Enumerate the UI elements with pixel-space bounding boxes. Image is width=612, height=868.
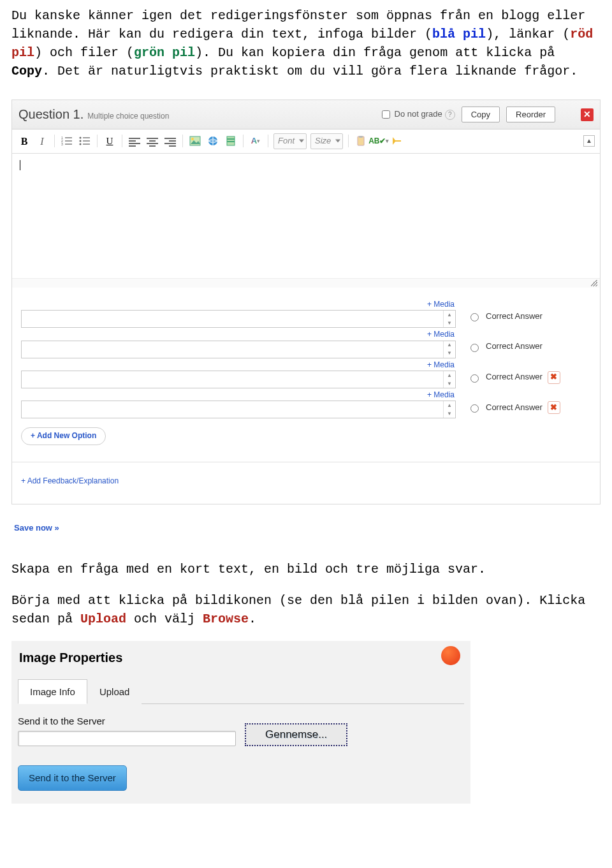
correct-answer-radio[interactable]: [470, 404, 479, 413]
file-button[interactable]: [224, 134, 238, 148]
align-center-button[interactable]: [145, 134, 159, 148]
arrow-down-icon[interactable]: ▼: [444, 349, 455, 358]
size-select[interactable]: Size: [310, 133, 343, 149]
dialog-tabs: Image Info Upload: [18, 679, 464, 705]
text-cursor: [20, 160, 20, 170]
intro-text-5: . Det är naturligtvis praktiskt om du vi…: [42, 64, 578, 78]
do-not-grade-label: Do not grade: [395, 108, 442, 121]
feedback-row: + Add Feedback/Explanation: [12, 462, 600, 497]
answer-option-row: + Media ▲▼ Correct Answer ✖: [21, 360, 591, 388]
italic-button[interactable]: I: [35, 134, 49, 148]
add-feedback-link[interactable]: + Add Feedback/Explanation: [21, 476, 119, 485]
size-select-label: Size: [315, 136, 331, 145]
correct-answer-label: Correct Answer: [486, 402, 543, 414]
bold-button[interactable]: B: [17, 134, 31, 148]
add-media-link[interactable]: + Media: [21, 299, 455, 310]
editor-textarea[interactable]: [12, 154, 600, 278]
p3-browse-label: Browse: [203, 612, 249, 626]
send-to-server-label: Send it to the Server: [18, 714, 236, 728]
do-not-grade-input[interactable]: [382, 110, 390, 119]
paragraph-image-steps: Börja med att klicka på bildikonen (se d…: [11, 591, 601, 628]
add-new-option-button[interactable]: + Add New Option: [21, 427, 106, 445]
intro-text-2: ), länkar (: [486, 27, 570, 41]
equation-button[interactable]: [390, 134, 404, 148]
editor-toolbar: B I 123 U A▾: [12, 129, 600, 154]
file-path-input[interactable]: [18, 731, 236, 746]
arrow-up-icon[interactable]: ▲: [444, 371, 455, 379]
arrow-up-icon[interactable]: ▲: [444, 401, 455, 409]
image-properties-dialog: Image Properties Image Info Upload Send …: [11, 641, 470, 804]
chevron-down-icon: [335, 140, 340, 143]
delete-option-button[interactable]: ✖: [548, 401, 560, 414]
correct-answer-label: Correct Answer: [486, 371, 543, 383]
svg-point-11: [80, 143, 82, 145]
ordered-list-button[interactable]: 123: [60, 134, 74, 148]
collapse-toolbar-button[interactable]: ▲: [583, 135, 595, 147]
do-not-grade-checkbox[interactable]: Do not grade ?: [379, 108, 455, 121]
svg-rect-21: [359, 136, 363, 138]
intro-green-arrow-label: grön pil: [134, 45, 195, 60]
image-button[interactable]: [188, 134, 202, 148]
copy-button[interactable]: Copy: [462, 107, 500, 122]
intro-copy-label: Copy: [11, 64, 42, 78]
question-number: Question 1.: [18, 105, 84, 124]
arrow-down-icon[interactable]: ▼: [444, 319, 455, 327]
text-color-button[interactable]: A▾: [249, 134, 263, 148]
answer-options-zone: + Media ▲▼ Correct Answer + Media ▲▼ Cor…: [12, 288, 600, 504]
font-select[interactable]: Font: [273, 133, 307, 149]
intro-blue-arrow-label: blå pil: [432, 27, 486, 41]
align-right-button[interactable]: [163, 134, 177, 148]
answer-input[interactable]: ▲▼: [21, 371, 456, 388]
link-button[interactable]: [206, 134, 220, 148]
reorder-button[interactable]: Reorder: [506, 107, 555, 122]
delete-option-button[interactable]: ✖: [548, 371, 560, 384]
font-select-label: Font: [278, 136, 295, 145]
underline-button[interactable]: U: [103, 134, 117, 148]
p3-text-2: och välj: [126, 612, 203, 626]
paragraph-create-question: Skapa en fråga med en kort text, en bild…: [11, 560, 601, 578]
add-media-link[interactable]: + Media: [21, 360, 455, 371]
help-icon[interactable]: ?: [445, 110, 455, 120]
svg-rect-19: [227, 141, 235, 142]
svg-rect-18: [227, 138, 235, 140]
close-icon[interactable]: ✕: [581, 108, 594, 121]
svg-point-13: [191, 138, 194, 140]
unordered-list-button[interactable]: [78, 134, 92, 148]
tab-upload[interactable]: Upload: [87, 679, 142, 705]
add-media-link[interactable]: + Media: [21, 329, 455, 340]
arrow-up-icon[interactable]: ▲: [444, 341, 455, 349]
correct-answer-radio[interactable]: [470, 313, 479, 321]
send-to-server-button[interactable]: Send it to the Server: [18, 765, 127, 791]
question-header: Question 1. Multiple choice question Do …: [12, 100, 600, 129]
p3-upload-label: Upload: [80, 612, 126, 626]
correct-answer-radio[interactable]: [470, 374, 479, 383]
correct-answer-label: Correct Answer: [486, 341, 543, 353]
p3-text-3: .: [249, 612, 256, 626]
answer-option-row: + Media ▲▼ Correct Answer ✖: [21, 390, 591, 418]
editor-resize-handle[interactable]: [12, 278, 600, 288]
svg-point-10: [80, 140, 82, 142]
dialog-title: Image Properties: [18, 645, 464, 679]
correct-answer-label: Correct Answer: [486, 311, 543, 323]
question-type-label: Multiple choice question: [87, 111, 169, 122]
answer-input[interactable]: ▲▼: [21, 341, 456, 358]
question-title: Question 1. Multiple choice question: [18, 105, 169, 124]
answer-input[interactable]: ▲▼: [21, 310, 456, 328]
save-now-link[interactable]: Save now »: [14, 522, 598, 534]
tab-image-info[interactable]: Image Info: [18, 679, 87, 705]
browse-button[interactable]: Gennemse...: [245, 723, 347, 747]
svg-point-9: [80, 137, 82, 139]
spellcheck-button[interactable]: AB✔▾: [372, 134, 386, 148]
dialog-close-icon[interactable]: [441, 646, 460, 665]
paste-button[interactable]: [354, 134, 368, 148]
arrow-up-icon[interactable]: ▲: [444, 311, 455, 319]
add-media-link[interactable]: + Media: [21, 390, 455, 401]
align-left-button[interactable]: [127, 134, 142, 148]
question-editor-panel: Question 1. Multiple choice question Do …: [11, 99, 601, 504]
correct-answer-radio[interactable]: [470, 344, 479, 352]
chevron-down-icon: [299, 140, 304, 143]
answer-input[interactable]: ▲▼: [21, 401, 456, 418]
answer-option-row: + Media ▲▼ Correct Answer: [21, 299, 591, 328]
arrow-down-icon[interactable]: ▼: [444, 379, 455, 388]
arrow-down-icon[interactable]: ▼: [444, 409, 455, 418]
